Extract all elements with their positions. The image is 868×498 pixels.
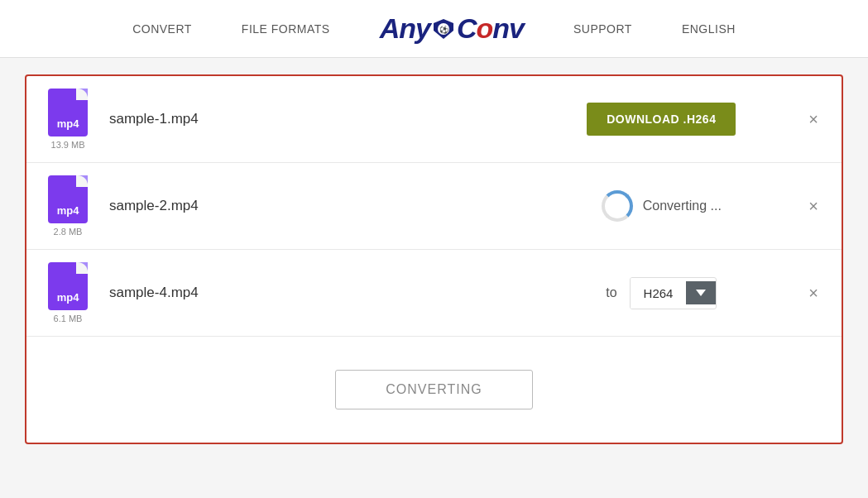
file-icon-2: mp4 2.8 MB [43, 175, 93, 237]
logo-shield-icon: ⚽ [432, 17, 455, 41]
file-name-1: sample-1.mp4 [109, 111, 520, 127]
file-ext-3: mp4 [57, 291, 79, 304]
header: CONVERT FILE FORMATS A ny ⚽ C o nv SUPPO… [0, 0, 868, 58]
main-content: mp4 13.9 MB sample-1.mp4 DOWNLOAD .H264 … [0, 58, 868, 461]
converting-status-2: Converting ... [602, 190, 722, 222]
chevron-down-icon [696, 290, 706, 296]
action-area-3: to H264 [537, 277, 785, 309]
action-area-2: Converting ... [537, 190, 785, 222]
file-shape-1: mp4 [48, 89, 88, 136]
file-name-2: sample-2.mp4 [109, 198, 520, 214]
table-row: mp4 6.1 MB sample-4.mp4 to H264 × [26, 250, 842, 337]
file-ext-1: mp4 [57, 117, 79, 130]
converting-button: CONVERTING [335, 370, 532, 409]
nav-english[interactable]: ENGLISH [682, 22, 736, 36]
to-label-3: to [606, 285, 616, 300]
file-size-3: 6.1 MB [54, 314, 83, 323]
file-name-3: sample-4.mp4 [109, 285, 520, 301]
file-shape-3: mp4 [48, 262, 88, 310]
spinner-icon [602, 190, 633, 222]
format-value-3: H264 [631, 278, 687, 309]
nav-support[interactable]: SUPPORT [573, 22, 632, 36]
close-button-2[interactable]: × [802, 194, 825, 219]
file-icon-3: mp4 6.1 MB [43, 262, 93, 323]
status-text-2: Converting ... [643, 199, 722, 213]
action-area-1: DOWNLOAD .H264 [537, 103, 785, 136]
nav-convert[interactable]: CONVERT [132, 22, 192, 36]
file-size-1: 13.9 MB [51, 140, 85, 150]
nav-file-formats[interactable]: FILE FORMATS [242, 22, 330, 36]
format-dropdown-button-3[interactable] [686, 281, 716, 304]
bottom-area: CONVERTING [26, 337, 842, 443]
table-row: mp4 13.9 MB sample-1.mp4 DOWNLOAD .H264 … [26, 76, 842, 163]
file-size-2: 2.8 MB [54, 227, 83, 237]
nav-left: CONVERT FILE FORMATS [132, 22, 330, 36]
format-select-3[interactable]: H264 [630, 277, 717, 309]
logo[interactable]: A ny ⚽ C o nv [380, 12, 524, 45]
file-shape-2: mp4 [48, 175, 88, 223]
download-button-1[interactable]: DOWNLOAD .H264 [587, 103, 736, 136]
file-ext-2: mp4 [57, 204, 79, 217]
file-icon-1: mp4 13.9 MB [43, 89, 93, 150]
table-row: mp4 2.8 MB sample-2.mp4 Converting ... × [26, 163, 842, 250]
close-button-3[interactable]: × [802, 280, 825, 306]
convert-box: mp4 13.9 MB sample-1.mp4 DOWNLOAD .H264 … [25, 74, 843, 444]
close-button-1[interactable]: × [802, 107, 825, 132]
nav-right: SUPPORT ENGLISH [573, 22, 736, 36]
